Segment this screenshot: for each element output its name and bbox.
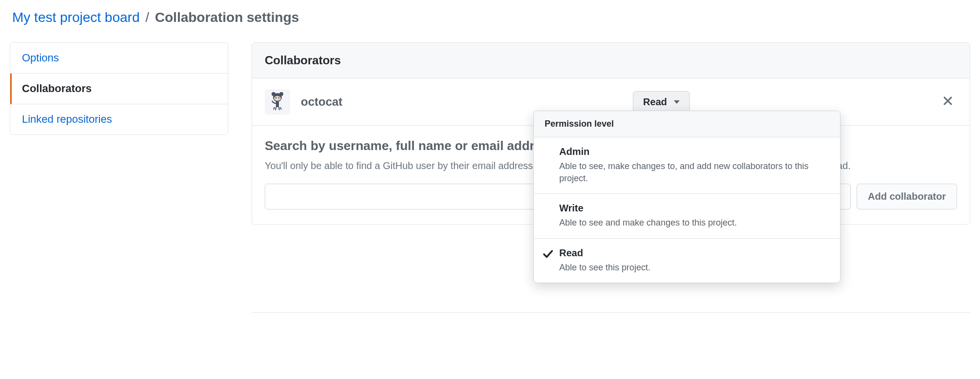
sidebar-item-linked-repos[interactable]: Linked repositories: [10, 104, 228, 134]
collaborator-username: octocat: [301, 95, 342, 109]
dropdown-item-desc: Able to see and make changes to this pro…: [559, 217, 737, 229]
add-collaborator-button[interactable]: Add collaborator: [857, 184, 957, 209]
divider: [252, 312, 970, 313]
check-icon: [543, 253, 553, 261]
octocat-icon: [268, 91, 287, 113]
dropdown-item-title: Admin: [559, 146, 829, 157]
svg-point-2: [279, 92, 283, 96]
avatar: [265, 89, 290, 114]
settings-sidebar: Options Collaborators Linked repositorie…: [10, 42, 228, 135]
breadcrumb: My test project board / Collaboration se…: [10, 10, 970, 25]
svg-point-1: [272, 92, 275, 96]
dropdown-item-desc: Able to see, make changes to, and add ne…: [559, 160, 829, 185]
check-column: [543, 247, 559, 262]
dropdown-item-title: Read: [559, 247, 650, 259]
close-icon: [942, 94, 953, 109]
main-content: Collaborators: [252, 42, 970, 313]
permission-dropdown-menu: Permission level Admin Able to see, make…: [533, 111, 841, 283]
panel-header: Collaborators: [252, 43, 970, 78]
permission-dropdown-button[interactable]: Read: [633, 91, 690, 113]
check-column: [543, 203, 559, 204]
breadcrumb-project-link[interactable]: My test project board: [12, 10, 139, 25]
dropdown-item-read[interactable]: Read Able to see this project.: [534, 239, 840, 283]
dropdown-item-title: Write: [559, 203, 737, 214]
sidebar-item-options[interactable]: Options: [10, 43, 228, 74]
svg-point-3: [274, 96, 281, 101]
permission-dropdown-label: Read: [643, 96, 667, 108]
breadcrumb-current: Collaboration settings: [155, 10, 299, 25]
dropdown-item-admin[interactable]: Admin Able to see, make changes to, and …: [534, 137, 840, 194]
dropdown-item-write[interactable]: Write Able to see and make changes to th…: [534, 194, 840, 238]
svg-rect-6: [276, 101, 279, 107]
svg-point-5: [278, 97, 280, 99]
check-column: [543, 146, 559, 148]
dropdown-header: Permission level: [534, 111, 840, 137]
svg-point-4: [275, 97, 277, 99]
remove-collaborator-button[interactable]: [939, 92, 957, 112]
sidebar-item-collaborators[interactable]: Collaborators: [10, 74, 228, 104]
dropdown-item-desc: Able to see this project.: [559, 262, 650, 274]
breadcrumb-separator: /: [145, 10, 149, 25]
caret-down-icon: [674, 100, 680, 104]
